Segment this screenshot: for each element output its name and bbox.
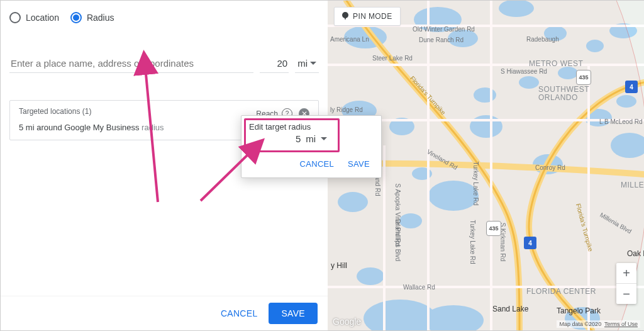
map-road-label: Turkey Lake Rd (469, 220, 476, 264)
targeted-locations-title: Targeted locations (1) (19, 107, 91, 116)
map-attribution-text: Map data ©2020 (559, 321, 601, 327)
map-road-label: Dr Phillips Blvd (394, 219, 401, 261)
search-row: mi (9, 54, 319, 73)
map-area-label: y Hill (331, 261, 347, 270)
map-area-label: METRO WEST (529, 59, 583, 68)
map-road-label: Radebaugh (526, 36, 559, 43)
radius-unit-label: mi (297, 58, 308, 69)
map-road-label: Americana Ln (330, 36, 369, 43)
map-area-label: Oak Ric (627, 249, 644, 258)
zoom-in-button[interactable]: + (616, 263, 636, 283)
map-area-label: MILLENIA (621, 181, 644, 189)
zoom-out-button[interactable]: − (616, 284, 636, 304)
popover-radius-select[interactable]: 5 mi (286, 133, 336, 144)
popover-save-button[interactable]: SAVE (348, 159, 370, 169)
radio-radius[interactable]: Radius (70, 12, 114, 23)
terms-link[interactable]: Terms of Use (604, 321, 638, 327)
map-road-label: ly Ridge Rd (330, 106, 363, 113)
edit-radius-popover: Edit target radius 5 mi CANCEL SAVE (241, 115, 382, 178)
radio-location-label: Location (26, 13, 59, 23)
footer-actions: CANCEL SAVE (1, 296, 328, 330)
radius-value-input[interactable] (260, 54, 289, 73)
place-search-input[interactable] (9, 54, 253, 73)
route-shield-435: 435 (486, 221, 501, 236)
targeted-location-suffix: radius (139, 123, 164, 132)
radio-location[interactable]: Location (9, 12, 59, 23)
targeted-location-text: 5 mi around Google My Business (19, 123, 139, 132)
map-road-label: L B McLeod Rd (599, 118, 643, 125)
radio-on-icon (70, 12, 82, 23)
popover-radius-value: 5 (296, 133, 301, 144)
map-road-label: Dune Ranch Rd (419, 36, 464, 43)
radius-unit-select[interactable]: mi (295, 54, 319, 73)
radio-radius-label: Radius (87, 13, 114, 23)
google-logo: Google (333, 317, 361, 327)
popover-title: Edit target radius (249, 122, 311, 132)
radio-off-icon (9, 12, 21, 23)
pin-mode-button[interactable]: PIN MODE (334, 7, 401, 26)
map-area-label: SOUTHWEST ORLANDO (538, 86, 589, 102)
map-area-label: Tangelo Park (557, 306, 601, 315)
map-road-label: Turkey Lake Rd (472, 161, 479, 205)
chevron-down-icon (321, 137, 327, 140)
map-road-label: Steer Lake Rd (372, 55, 413, 62)
route-shield-435: 435 (576, 70, 591, 85)
settings-panel: Location Radius mi Targeted locations (1… (1, 1, 328, 330)
interstate-shield-4: 4 (524, 237, 536, 249)
map-zoom-control: + − (616, 263, 636, 304)
popover-cancel-button[interactable]: CANCEL (300, 159, 335, 169)
pin-mode-label: PIN MODE (353, 12, 392, 21)
target-type-radio-group: Location Radius (1, 1, 328, 23)
map-area-label: Sand Lake (492, 305, 528, 313)
pin-icon (342, 12, 348, 21)
map-road-label: S Hiawassee Rd (501, 68, 547, 75)
map-road-label: Conroy Rd (535, 164, 565, 171)
popover-radius-unit: mi (306, 133, 316, 144)
cancel-button[interactable]: CANCEL (221, 308, 258, 318)
interstate-shield-4: 4 (625, 81, 638, 93)
chevron-down-icon (310, 62, 316, 65)
save-button[interactable]: SAVE (269, 303, 318, 324)
map-road-label: Wallace Rd (403, 284, 435, 291)
map-attribution: Map data ©2020 Terms of Use (557, 320, 640, 328)
map-road-label: Old Winter Garden Rd (413, 26, 475, 33)
map-area-label: FLORIDA CENTER (526, 287, 596, 296)
